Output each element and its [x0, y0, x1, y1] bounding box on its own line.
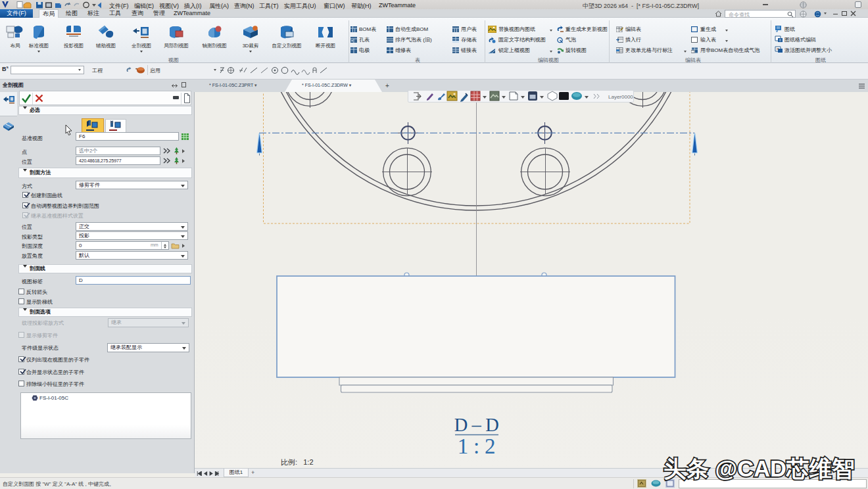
svg-text:头条 @CAD芯维智: 头条 @CAD芯维智 — [663, 456, 854, 481]
svg-text:D – D: D – D — [454, 415, 499, 435]
svg-text:Layer0000: Layer0000 — [608, 94, 633, 100]
svg-text:1 : 2: 1 : 2 — [458, 434, 496, 458]
